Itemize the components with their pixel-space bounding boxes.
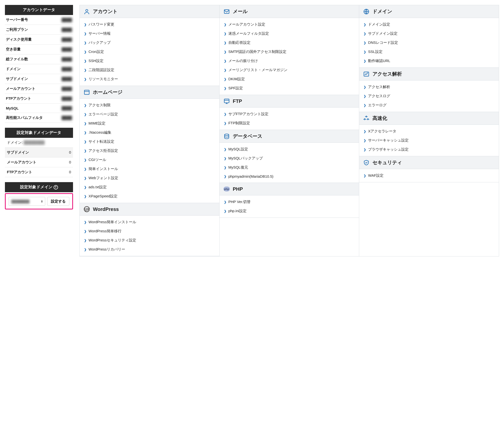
category-header: ドメイン [359,5,499,18]
menu-link[interactable]: ❯ads.txt設定 [80,183,219,192]
domain-data-value: 0 [69,150,71,155]
menu-link[interactable]: ❯アクセス制限 [80,101,219,110]
menu-link-label: WordPressリカバリー [89,247,125,252]
menu-link[interactable]: ❯SSL設定 [359,47,499,56]
globe-icon [363,8,370,15]
menu-link[interactable]: ❯WordPressリカバリー [80,245,219,254]
category-body: ❯サブFTPアカウント設定❯FTP制限設定 [219,108,359,130]
chevron-right-icon: ❯ [84,195,87,198]
menu-link[interactable]: ❯PHP Ver.切替 [219,197,359,207]
category-title: WordPress [93,207,119,212]
menu-link-label: パスワード変更 [89,22,114,27]
menu-link-label: WordPressセキュリティ設定 [89,238,136,243]
chevron-right-icon: ❯ [224,77,226,81]
stat-label: 総ファイル数 [6,57,28,61]
chevron-right-icon: ❯ [84,158,87,162]
menu-link[interactable]: ❯php.ini設定 [219,207,359,216]
menu-link-label: 自動応答設定 [228,40,251,45]
domain-data-title: 設定対象ドメインデータ [5,128,73,138]
menu-link[interactable]: ❯メーリングリスト・メールマガジン [219,65,359,75]
account-stat-row: FTPアカウント████ [5,94,73,104]
domain-select[interactable]: ████████ ▲▼ [9,197,45,206]
domain-data-domain-row: ドメイン: ████████ [5,138,73,148]
menu-link[interactable]: ❯WordPressセキュリティ設定 [80,236,219,245]
domain-apply-button[interactable]: 設定する [47,197,69,206]
menu-link-label: 簡単インストール [89,167,118,171]
menu-link[interactable]: ❯SSH設定 [80,56,219,65]
menu-link[interactable]: ❯Xアクセラレータ [359,127,499,136]
menu-link[interactable]: ❯FTP制限設定 [219,119,359,128]
menu-link-label: WordPress簡単移行 [89,229,122,233]
menu-link[interactable]: ❯SMTP認証の国外アクセス制限設定 [219,47,359,56]
menu-link[interactable]: ❯メールアカウント設定 [219,20,359,29]
category-database: データベース❯MySQL設定❯MySQLバックアップ❯MySQL復元❯phpmy… [219,130,359,183]
menu-link[interactable]: ❯ブラウザキャッシュ設定 [359,145,499,154]
category-body: ❯アクセス制限❯エラーページ設定❯MIME設定❯.htaccess編集❯サイト転… [80,99,219,203]
menu-link[interactable]: ❯動作確認URL [359,56,499,65]
menu-link[interactable]: ❯迷惑メールフィルタ設定 [219,29,359,38]
chevron-right-icon: ❯ [364,95,366,98]
category-title: ドメイン [373,8,392,15]
menu-link[interactable]: ❯WordPress簡単移行 [80,227,219,236]
chevron-right-icon: ❯ [84,122,87,125]
menu-link[interactable]: ❯リソースモニター [80,75,219,84]
chevron-right-icon: ❯ [84,23,87,26]
menu-link[interactable]: ❯phpmyadmin(MariaDB10.5) [219,172,359,181]
category-window: ホームページ❯アクセス制限❯エラーページ設定❯MIME設定❯.htaccess編… [80,86,219,203]
menu-link[interactable]: ❯簡単インストール [80,164,219,173]
menu-link[interactable]: ❯CGIツール [80,155,219,164]
menu-link-label: サブFTPアカウント設定 [228,112,269,116]
menu-link[interactable]: ❯アクセス拒否設定 [80,146,219,155]
menu-link[interactable]: ❯ドメイン設定 [359,20,499,29]
menu-link[interactable]: ❯サーバー情報 [80,29,219,38]
menu-link[interactable]: ❯SPF設定 [219,84,359,93]
menu-link[interactable]: ❯DNSレコード設定 [359,38,499,47]
menu-link[interactable]: ❯WAF設定 [359,171,499,180]
menu-link[interactable]: ❯WordPress簡単インストール [80,218,219,227]
category-header: 高速化 [359,112,499,125]
menu-link[interactable]: ❯パスワード変更 [80,20,219,29]
domain-data-value: 0 [69,160,71,165]
menu-link[interactable]: ❯Webフォント設定 [80,173,219,183]
menu-link[interactable]: ❯エラーログ [359,101,499,110]
help-icon[interactable]: ? [54,185,58,190]
account-stat-row: メールアカウント████ [5,84,73,94]
menu-link[interactable]: ❯MySQLバックアップ [219,154,359,163]
menu-link[interactable]: ❯サブFTPアカウント設定 [219,110,359,119]
domain-data-label: メールアカウント [7,160,36,165]
menu-link-label: MIME設定 [89,121,106,126]
category-speed: 高速化❯Xアクセラレータ❯サーバーキャッシュ設定❯ブラウザキャッシュ設定 [359,112,499,156]
menu-link[interactable]: ❯メールの振り分け [219,56,359,65]
menu-link[interactable]: ❯DKIM設定 [219,75,359,84]
chevron-right-icon: ❯ [224,200,226,204]
menu-link[interactable]: ❯エラーページ設定 [80,110,219,119]
chevron-right-icon: ❯ [364,50,366,54]
menu-link[interactable]: ❯.htaccess編集 [80,128,219,137]
menu-link-label: リソースモニター [89,77,118,81]
menu-link[interactable]: ❯XPageSpeed設定 [80,192,219,201]
menu-link[interactable]: ❯アクセスログ [359,92,499,101]
menu-link[interactable]: ❯Cron設定 [80,47,219,56]
account-data-panel: アカウントデータ サーバー番号████ご利用プラン████ディスク使用量████… [5,5,73,123]
menu-link[interactable]: ❯自動応答設定 [219,38,359,47]
menu-link-label: アクセスログ [368,94,390,98]
menu-link[interactable]: ❯サブドメイン設定 [359,29,499,38]
menu-link[interactable]: ❯サイト転送設定 [80,137,219,146]
chevron-right-icon: ❯ [364,130,366,133]
menu-link-label: サイト転送設定 [89,139,114,144]
account-stat-row: MySQL████ [5,104,73,113]
menu-link[interactable]: ❯MySQL設定 [219,145,359,154]
menu-link[interactable]: ❯アクセス解析 [359,82,499,92]
menu-link[interactable]: ❯MIME設定 [80,119,219,128]
category-body: ❯WAF設定 [359,169,499,182]
account-stat-list: サーバー番号████ご利用プラン████ディスク使用量████空き容量████総… [5,15,73,123]
category-header: メール [219,5,359,18]
menu-link[interactable]: ❯二段階認証設定 [80,65,219,75]
menu-link[interactable]: ❯MySQL復元 [219,163,359,172]
category-globe: ドメイン❯ドメイン設定❯サブドメイン設定❯DNSレコード設定❯SSL設定❯動作確… [359,5,499,68]
chevron-right-icon: ❯ [364,85,366,89]
stat-value: ████ [61,57,72,61]
menu-link[interactable]: ❯サーバーキャッシュ設定 [359,136,499,145]
menu-link[interactable]: ❯バックアップ [80,38,219,47]
domain-select-title: 設定対象ドメイン ? [5,182,73,192]
